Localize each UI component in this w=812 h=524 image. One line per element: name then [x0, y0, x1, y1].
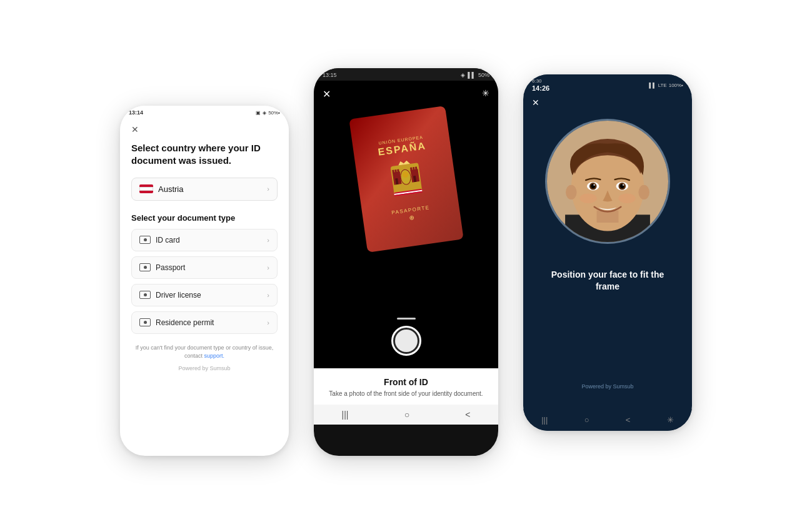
svg-point-29 [593, 184, 595, 186]
front-of-id-desc: Take a photo of the front side of your i… [326, 390, 486, 398]
chevron-icon-residence: › [267, 319, 269, 326]
lte-icon: LTE [658, 83, 667, 88]
passport-icon [139, 263, 151, 271]
passport-bio-symbol: ⊕ [408, 213, 414, 221]
doc-row-driver-left: Driver license [139, 291, 201, 300]
face-frame-area [523, 113, 692, 256]
residence-permit-label: Residence permit [156, 318, 214, 327]
heading-1: Select country where your ID document wa… [131, 142, 278, 168]
status-bar-2: 13:15 ◈ ▌▌ 50% [314, 68, 498, 81]
doc-row-id[interactable]: ID card › [131, 229, 278, 251]
svg-point-31 [566, 185, 576, 199]
phone-3: 6:30 14:26 ▌▌ LTE 100%▪ ✕ [523, 74, 692, 431]
id-card-label: ID card [156, 236, 180, 244]
phone-1: 13:14 ▣ ◈ 50%▪ ✕ Select country where yo… [120, 106, 289, 456]
chevron-icon-country: › [267, 185, 269, 193]
close-button-3[interactable]: ✕ [523, 95, 692, 113]
nav-bar-2: ||| ○ < [314, 405, 498, 425]
svg-point-34 [618, 193, 635, 203]
passport-label: Passport [156, 263, 185, 272]
footer-1: If you can't find your document type or … [131, 344, 278, 373]
swipe-indicator [397, 318, 416, 320]
time-3b: 14:26 [532, 84, 549, 93]
front-of-id-title: Front of ID [326, 377, 486, 387]
powered-1: Powered by Sumsub [131, 365, 278, 373]
country-name: Austria [158, 184, 183, 194]
wifi-icon-2: ◈ [461, 72, 465, 78]
face-instruction: Position your face to fit the frame [523, 256, 692, 293]
battery-icon-3: 100%▪ [669, 83, 683, 88]
chevron-icon-driver: › [267, 291, 269, 299]
time-1: 13:14 [129, 109, 143, 116]
powered-3: Powered by Sumsub [523, 383, 692, 400]
battery-icon-2: 50% [478, 72, 489, 78]
signal-icon-3: ▌▌ [649, 83, 656, 88]
nav-menu-icon-2[interactable]: ||| [342, 410, 349, 420]
chevron-icon-passport: › [267, 264, 269, 271]
status-bar-1: 13:14 ▣ ◈ 50%▪ [120, 106, 289, 118]
nav-back-icon-3[interactable]: < [626, 415, 631, 425]
face-portrait [547, 119, 668, 244]
close-button-1[interactable]: ✕ [131, 124, 278, 134]
status-icons-1: ▣ ◈ 50%▪ [256, 110, 280, 116]
svg-point-33 [579, 193, 596, 203]
wifi-icon: ◈ [263, 110, 266, 116]
chevron-icon-id: › [267, 236, 269, 244]
residence-permit-icon [139, 318, 151, 326]
doc-row-passport-left: Passport [139, 263, 185, 272]
nav-home-icon-3[interactable]: ○ [584, 415, 589, 425]
driver-license-icon [139, 291, 151, 299]
shutter-inner [395, 330, 418, 352]
shutter-button[interactable] [391, 326, 421, 356]
doc-type-heading: Select your document type [131, 213, 278, 223]
signal-icon: ▣ [256, 110, 261, 116]
nav-bar-3: ||| ○ < ✳ [523, 409, 692, 431]
status-icons-3: ▌▌ LTE 100%▪ [649, 83, 683, 88]
battery-icon: 50%▪ [268, 110, 280, 116]
doc-row-driver[interactable]: Driver license › [131, 284, 278, 306]
close-button-2[interactable]: ✕ [323, 88, 331, 100]
nav-accessibility-icon-3[interactable]: ✳ [667, 415, 674, 425]
time-2: 13:15 [323, 72, 337, 78]
support-link[interactable]: support. [204, 353, 225, 359]
id-card-icon [139, 236, 151, 244]
doc-row-passport[interactable]: Passport › [131, 256, 278, 279]
status-bar-3: 6:30 14:26 ▌▌ LTE 100%▪ [523, 74, 692, 95]
phone3-inner: 6:30 14:26 ▌▌ LTE 100%▪ ✕ [523, 74, 692, 431]
austria-flag [139, 184, 153, 193]
doc-row-id-left: ID card [139, 236, 180, 244]
doc-row-residence[interactable]: Residence permit › [131, 311, 278, 334]
passport-visual: UNIÓN EUROPEA ESPAÑA [349, 106, 463, 252]
doc-row-residence-left: Residence permit [139, 318, 214, 327]
coat-of-arms [386, 157, 426, 202]
time-3a: 6:30 [532, 78, 549, 84]
signal-icon-2: ▌▌ [468, 72, 476, 78]
nav-home-icon-2[interactable]: ○ [404, 410, 409, 420]
svg-point-32 [638, 185, 649, 199]
nav-back-icon-2[interactable]: < [465, 410, 470, 420]
status-time-3: 6:30 14:26 [532, 78, 549, 93]
driver-license-label: Driver license [156, 291, 201, 300]
country-row[interactable]: Austria › [131, 178, 278, 201]
svg-point-30 [623, 184, 624, 186]
camera-area: ✕ ✳ UNIÓN EUROPEA ESPAÑA [314, 81, 498, 368]
info-area: Front of ID Take a photo of the front si… [314, 368, 498, 405]
nav-menu-icon-3[interactable]: ||| [541, 415, 548, 425]
country-left: Austria [139, 184, 183, 194]
phone1-content: ✕ Select country where your ID document … [120, 118, 289, 451]
status-icons-2: ◈ ▌▌ 50% [461, 72, 489, 78]
face-circle [545, 119, 670, 244]
phone-2: 13:15 ◈ ▌▌ 50% ✕ ✳ UNIÓN EUROPEA ESPAÑA [314, 68, 498, 456]
flash-icon[interactable]: ✳ [482, 88, 489, 98]
